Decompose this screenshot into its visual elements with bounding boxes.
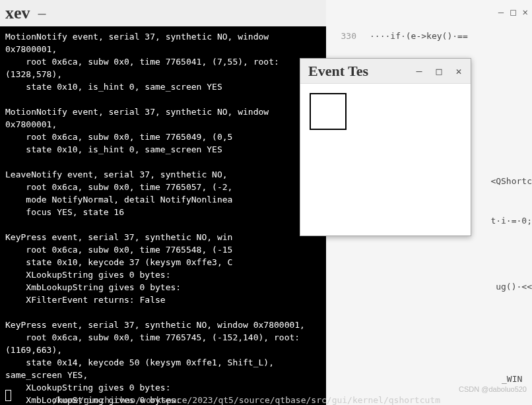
watermark: CSDN @daboluo520	[459, 385, 527, 393]
code-text: ug()·<<	[364, 280, 532, 294]
line-number	[330, 373, 356, 386]
line-number	[330, 280, 350, 294]
popup-title: Event Tes	[308, 63, 368, 80]
popup-maximize-button[interactable]: □	[430, 62, 448, 80]
terminal-title: xev	[5, 3, 30, 23]
terminal-cursor	[5, 390, 11, 401]
minimize-icon[interactable]: –	[498, 7, 504, 17]
popup-minimize-button[interactable]: –	[410, 62, 428, 80]
bottom-path: /home/guozhichao/workspace/2023/qt5/sour…	[53, 395, 440, 405]
minimize-icon[interactable]: –	[36, 5, 49, 21]
popup-window-controls: – □ ✕	[410, 62, 468, 80]
popup-titlebar[interactable]: Event Tes – □ ✕	[300, 59, 471, 84]
close-icon[interactable]: ✕	[523, 7, 528, 17]
code-text: _WIN	[370, 373, 522, 386]
event-tester-box[interactable]	[310, 93, 347, 130]
line-number: 330	[330, 30, 356, 43]
terminal-text: MotionNotify event, serial 37, synthetic…	[5, 32, 305, 405]
maximize-icon[interactable]: □	[510, 7, 515, 17]
terminal-output[interactable]: MotionNotify event, serial 37, synthetic…	[0, 26, 326, 405]
popup-body[interactable]	[300, 84, 471, 235]
popup-close-button[interactable]: ✕	[449, 62, 468, 80]
terminal-titlebar[interactable]: xev –	[0, 0, 326, 26]
event-tester-window[interactable]: Event Tes – □ ✕	[300, 58, 471, 236]
code-text: ····if·(e->key()·==	[370, 30, 468, 43]
editor-window-controls: – □ ✕	[498, 7, 528, 17]
